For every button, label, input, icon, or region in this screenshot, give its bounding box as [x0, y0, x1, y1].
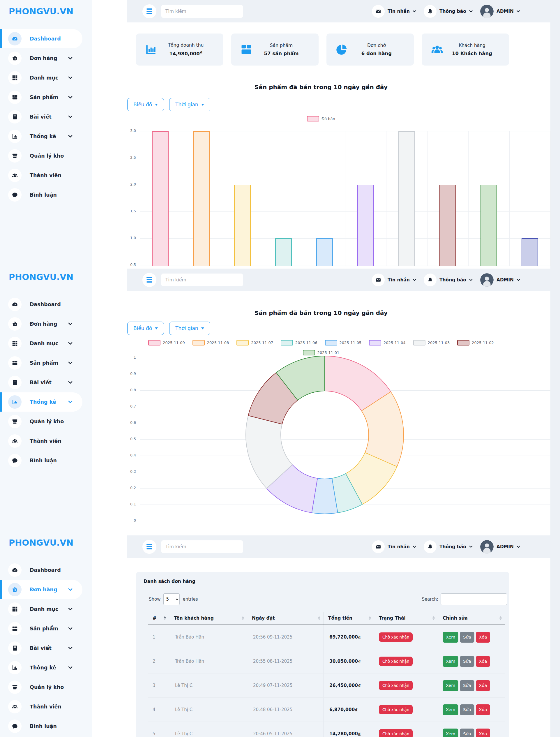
sidebar-item-inventory[interactable]: Quản lý kho	[2, 412, 82, 431]
brand-logo[interactable]: PHONGVU.VN	[0, 266, 92, 282]
delete-button[interactable]: Xóa	[476, 632, 490, 643]
legend-item-2025-11-09[interactable]: 2025-11-09	[148, 340, 185, 345]
chevron-down-icon	[413, 546, 416, 548]
chart-type-button-label: Biểu đồ	[133, 325, 152, 331]
legend-item-2025-11-02[interactable]: 2025-11-02	[457, 340, 494, 345]
legend-item-Đã bán[interactable]: Đã bán	[307, 116, 335, 121]
sidebar-item-dashboard[interactable]: Dashboard	[2, 561, 82, 580]
sidebar-item-dashboard[interactable]: Dashboard	[2, 29, 82, 48]
legend-item-2025-11-06[interactable]: 2025-11-06	[281, 340, 317, 345]
hamburger-button[interactable]	[142, 273, 156, 287]
sidebar-item-label: Sản phẩm	[30, 94, 58, 100]
hamburger-button[interactable]	[142, 4, 156, 18]
sidebar-item-members[interactable]: Thành viên	[2, 697, 82, 716]
sidebar-item-label: Quản lý kho	[30, 684, 64, 690]
view-button[interactable]: Xem	[443, 680, 458, 691]
sidebar-item-label: Đơn hàng	[30, 55, 57, 61]
user-menu[interactable]: ADMIN	[480, 5, 520, 18]
user-menu[interactable]: ADMIN	[480, 540, 520, 554]
notifications-menu[interactable]: Thông báo	[424, 273, 473, 286]
column-header-1[interactable]: Tên khách hàng	[169, 612, 247, 625]
gridline	[550, 131, 551, 266]
delete-button[interactable]: Xóa	[476, 680, 490, 691]
notifications-menu[interactable]: Thông báo	[424, 5, 473, 18]
delete-button[interactable]: Xóa	[476, 656, 490, 667]
table-search-input[interactable]	[441, 593, 507, 605]
sidebar-item-comments[interactable]: Bình luận	[2, 717, 82, 736]
view-button[interactable]: Xem	[443, 656, 458, 667]
sidebar-item-orders[interactable]: Đơn hàng	[2, 580, 82, 599]
notifications-menu[interactable]: Thông báo	[424, 540, 473, 553]
search-input[interactable]	[161, 273, 243, 286]
column-header-5[interactable]: Chỉnh sửa	[438, 612, 505, 625]
column-header-4[interactable]: Trạng Thái	[374, 612, 438, 625]
legend-item-2025-11-05[interactable]: 2025-11-05	[325, 340, 362, 345]
sidebar-item-comments[interactable]: Bình luận	[2, 185, 82, 204]
sidebar-item-dashboard[interactable]: Dashboard	[2, 295, 82, 314]
chevron-down-icon	[68, 627, 73, 630]
chart-type-button[interactable]: Biểu đồ	[127, 321, 164, 335]
sidebar-item-categories[interactable]: Danh mục	[2, 334, 82, 353]
column-header-3[interactable]: Tổng tiền	[323, 612, 374, 625]
messages-menu[interactable]: Tin nhắn	[372, 540, 416, 553]
sidebar-item-products[interactable]: Sản phẩm	[2, 353, 82, 373]
sidebar-item-orders[interactable]: Đơn hàng	[2, 49, 82, 68]
legend-label: Đã bán	[321, 116, 335, 121]
user-menu[interactable]: ADMIN	[480, 273, 520, 287]
view-button[interactable]: Xem	[443, 729, 458, 737]
caret-down-icon	[155, 104, 158, 106]
sidebar-item-posts[interactable]: Bài viết	[2, 639, 82, 658]
legend-item-2025-11-08[interactable]: 2025-11-08	[192, 340, 229, 345]
legend-item-2025-11-03[interactable]: 2025-11-03	[413, 340, 450, 345]
legend-item-2025-11-04[interactable]: 2025-11-04	[369, 340, 406, 345]
sidebar-item-statistics[interactable]: Thống kê	[2, 658, 82, 677]
time-button[interactable]: Thời gian	[169, 321, 210, 335]
sidebar-item-posts[interactable]: Bài viết	[2, 107, 82, 126]
messages-menu[interactable]: Tin nhắn	[372, 273, 416, 286]
cell-actions: XemSửaXóa	[438, 649, 505, 673]
column-header-0[interactable]: #	[148, 612, 169, 625]
chart-type-button[interactable]: Biểu đồ	[127, 98, 164, 111]
sidebar-item-inventory[interactable]: Quản lý kho	[2, 678, 82, 697]
page-size-select[interactable]: 5	[163, 593, 180, 605]
legend-label: 2025-11-06	[295, 340, 317, 345]
sidebar-item-categories[interactable]: Danh mục	[2, 68, 82, 87]
brand-logo[interactable]: PHONGVU.VN	[0, 0, 92, 16]
view-button[interactable]: Xem	[443, 632, 458, 643]
column-header-2[interactable]: Ngày đặt	[247, 612, 323, 625]
sidebar-item-orders[interactable]: Đơn hàng	[2, 314, 82, 333]
sidebar-item-products[interactable]: Sản phẩm	[2, 88, 82, 107]
sidebar-item-members[interactable]: Thành viên	[2, 432, 82, 451]
sidebar-item-statistics[interactable]: Thống kê	[2, 393, 82, 412]
edit-button[interactable]: Sửa	[460, 656, 474, 667]
cell-number: 2	[148, 649, 169, 673]
brand-logo[interactable]: PHONGVU.VN	[0, 531, 92, 548]
hamburger-button[interactable]	[142, 540, 156, 554]
chevron-down-icon	[68, 666, 73, 669]
time-button[interactable]: Thời gian	[169, 98, 210, 111]
edit-button[interactable]: Sửa	[460, 680, 474, 691]
dashboard-icon	[8, 563, 22, 577]
legend-item-2025-11-07[interactable]: 2025-11-07	[236, 340, 273, 345]
comments-icon	[8, 454, 22, 467]
view-button[interactable]: Xem	[443, 704, 458, 715]
edit-button[interactable]: Sửa	[460, 704, 474, 715]
messages-menu[interactable]: Tin nhắn	[372, 5, 416, 18]
sidebar-item-members[interactable]: Thành viên	[2, 166, 82, 185]
legend-item-2025-11-01[interactable]: 2025-11-01	[303, 350, 340, 355]
edit-button[interactable]: Sửa	[460, 632, 474, 643]
delete-button[interactable]: Xóa	[476, 704, 490, 715]
topbar: Tin nhắn Thông báo ADMIN	[127, 0, 560, 22]
bar-2025-11-03	[398, 131, 415, 266]
sidebar-item-inventory[interactable]: Quản lý kho	[2, 146, 82, 165]
search-input[interactable]	[161, 540, 243, 553]
sidebar-item-products[interactable]: Sản phẩm	[2, 619, 82, 638]
column-header-label: Tổng tiền	[328, 616, 352, 621]
sidebar-item-categories[interactable]: Danh mục	[2, 600, 82, 619]
sidebar-item-comments[interactable]: Bình luận	[2, 451, 82, 470]
sidebar-item-posts[interactable]: Bài viết	[2, 373, 82, 392]
search-input[interactable]	[161, 5, 243, 18]
delete-button[interactable]: Xóa	[476, 729, 490, 737]
edit-button[interactable]: Sửa	[460, 729, 474, 737]
sidebar-item-statistics[interactable]: Thống kê	[2, 127, 82, 146]
